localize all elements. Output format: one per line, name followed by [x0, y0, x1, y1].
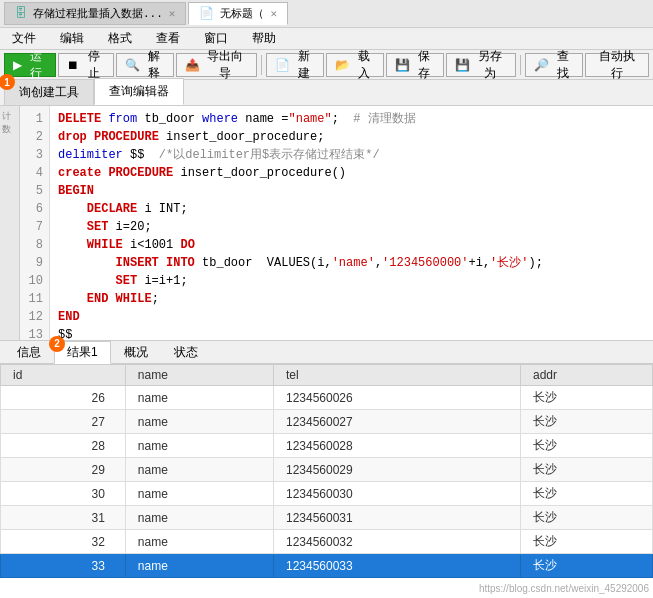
menu-help[interactable]: 帮助	[244, 28, 284, 49]
find-button[interactable]: 🔎 查找	[525, 53, 583, 77]
result-tab-status[interactable]: 状态	[161, 341, 211, 364]
col-header-tel: tel	[273, 365, 520, 386]
results-table: id name tel addr 26 name 1234560026 长沙 2…	[0, 364, 653, 578]
watermark: https://blog.csdn.net/weixin_45292006	[479, 583, 649, 594]
tab-query-builder-label: 询创建工具	[19, 85, 79, 99]
table-row[interactable]: 32 name 1234560032 长沙	[1, 530, 653, 554]
sidebar-marker: 计数	[2, 110, 17, 136]
table-row[interactable]: 33 name 1234560033 长沙	[1, 554, 653, 578]
new-icon: 📄	[275, 58, 290, 72]
tab-query-editor[interactable]: 查询编辑器	[94, 78, 184, 105]
tab-stored-proc[interactable]: 🗄 存储过程批量插入数据... ✕	[4, 2, 186, 25]
menu-format[interactable]: 格式	[100, 28, 140, 49]
cell-addr: 长沙	[520, 506, 652, 530]
cell-id: 26	[1, 386, 126, 410]
cell-id: 28	[1, 434, 126, 458]
cell-addr: 长沙	[520, 554, 652, 578]
result-tab-status-label: 状态	[174, 345, 198, 359]
cell-addr: 长沙	[520, 530, 652, 554]
export-button[interactable]: 📤 导出向导	[176, 53, 257, 77]
content-area: 计数 12345678910111213141516 DELETE from t…	[0, 106, 653, 340]
col-header-name: name	[125, 365, 273, 386]
save-icon: 💾	[395, 58, 410, 72]
cell-name: name	[125, 410, 273, 434]
export-icon: 📤	[185, 58, 200, 72]
result-tab-info-label: 信息	[17, 345, 41, 359]
cell-name: name	[125, 458, 273, 482]
menu-view[interactable]: 查看	[148, 28, 188, 49]
cell-tel: 1234560028	[273, 434, 520, 458]
badge-2: 2	[49, 336, 65, 352]
menu-window[interactable]: 窗口	[196, 28, 236, 49]
line-numbers: 12345678910111213141516	[20, 106, 50, 340]
saveas-button[interactable]: 💾 另存为	[446, 53, 516, 77]
file-icon: 📄	[199, 6, 214, 21]
menu-edit[interactable]: 编辑	[52, 28, 92, 49]
stop-button[interactable]: ⏹ 停止	[58, 53, 113, 77]
cell-name: name	[125, 506, 273, 530]
result-tab-result1[interactable]: 2 结果1	[54, 341, 111, 364]
result-tabs-bar: 信息 2 结果1 概况 状态	[0, 340, 653, 364]
cell-tel: 1234560026	[273, 386, 520, 410]
cell-tel: 1234560031	[273, 506, 520, 530]
run-icon: ▶	[13, 58, 22, 72]
cell-id: 29	[1, 458, 126, 482]
cell-name: name	[125, 386, 273, 410]
save-button[interactable]: 💾 保存	[386, 53, 444, 77]
cell-tel: 1234560033	[273, 554, 520, 578]
find-label: 查找	[552, 48, 574, 82]
load-label: 载入	[353, 48, 375, 82]
cell-id: 33	[1, 554, 126, 578]
code-area: 12345678910111213141516 DELETE from tb_d…	[20, 106, 653, 340]
main-area: 计数 12345678910111213141516 DELETE from t…	[0, 106, 653, 598]
cell-id: 27	[1, 410, 126, 434]
cell-addr: 长沙	[520, 458, 652, 482]
result-tab-result1-label: 结果1	[67, 345, 98, 359]
cell-name: name	[125, 434, 273, 458]
tab-query-editor-label: 查询编辑器	[109, 84, 169, 98]
table-row[interactable]: 27 name 1234560027 长沙	[1, 410, 653, 434]
cell-id: 30	[1, 482, 126, 506]
editor-pane[interactable]: 12345678910111213141516 DELETE from tb_d…	[20, 106, 653, 340]
saveas-label: 另存为	[473, 48, 507, 82]
cell-tel: 1234560027	[273, 410, 520, 434]
autorun-button[interactable]: 自动执行	[585, 53, 649, 77]
tab-untitled[interactable]: 📄 无标题（ ✕	[188, 2, 288, 25]
table-row[interactable]: 29 name 1234560029 长沙	[1, 458, 653, 482]
cell-addr: 长沙	[520, 410, 652, 434]
table-row[interactable]: 26 name 1234560026 长沙	[1, 386, 653, 410]
cell-id: 32	[1, 530, 126, 554]
separator-2	[520, 55, 521, 75]
table-row[interactable]: 31 name 1234560031 长沙	[1, 506, 653, 530]
badge-1: 1	[0, 74, 15, 90]
stop-icon: ⏹	[67, 58, 79, 72]
new-button[interactable]: 📄 新建	[266, 53, 324, 77]
left-sidebar: 计数	[0, 106, 20, 340]
load-button[interactable]: 📂 载入	[326, 53, 384, 77]
run-label: 运行	[25, 48, 47, 82]
tab-stored-proc-close[interactable]: ✕	[169, 7, 176, 20]
new-label: 新建	[293, 48, 315, 82]
result-tab-info[interactable]: 信息	[4, 341, 54, 364]
code-content[interactable]: DELETE from tb_door where name ="name"; …	[50, 106, 653, 340]
export-label: 导出向导	[203, 48, 248, 82]
cell-name: name	[125, 554, 273, 578]
result-tab-overview[interactable]: 概况	[111, 341, 161, 364]
save-label: 保存	[413, 48, 435, 82]
stop-label: 停止	[82, 48, 104, 82]
explain-button[interactable]: 🔍 解释	[116, 53, 174, 77]
cell-name: name	[125, 482, 273, 506]
tab-query-builder[interactable]: 1 询创建工具	[4, 79, 94, 105]
results-area[interactable]: id name tel addr 26 name 1234560026 长沙 2…	[0, 364, 653, 598]
table-row[interactable]: 28 name 1234560028 长沙	[1, 434, 653, 458]
col-header-id: id	[1, 365, 126, 386]
tab-untitled-close[interactable]: ✕	[270, 7, 277, 20]
explain-label: 解释	[143, 48, 165, 82]
explain-icon: 🔍	[125, 58, 140, 72]
find-icon: 🔎	[534, 58, 549, 72]
table-row[interactable]: 30 name 1234560030 长沙	[1, 482, 653, 506]
menu-file[interactable]: 文件	[4, 28, 44, 49]
toolbar: ▶ 运行 ⏹ 停止 🔍 解释 📤 导出向导 📄 新建 📂 载入 💾 保存 💾 另…	[0, 50, 653, 80]
run-button[interactable]: ▶ 运行	[4, 53, 56, 77]
cell-addr: 长沙	[520, 482, 652, 506]
